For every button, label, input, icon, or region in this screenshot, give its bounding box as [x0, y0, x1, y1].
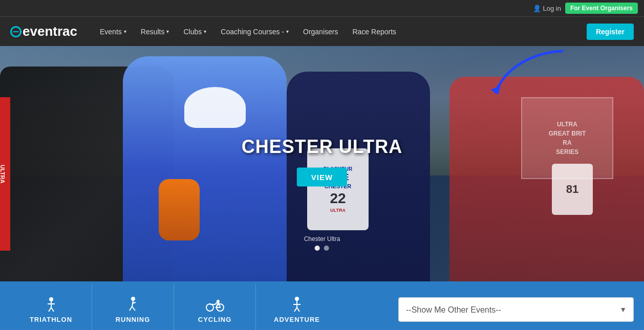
carousel-indicator: Chester Ultra [304, 235, 340, 251]
chevron-down-icon: ▾ [286, 29, 289, 34]
select-wrapper: --Show Me Other Events-- Triathlon Runni… [398, 297, 634, 322]
svg-line-18 [297, 307, 299, 312]
events-dropdown-wrapper: --Show Me Other Events-- Triathlon Runni… [398, 297, 634, 322]
category-item-cycling[interactable]: CYCLING [174, 284, 256, 330]
for-organisers-button[interactable]: For Event Organisers [565, 3, 638, 14]
carousel-dot-2[interactable] [324, 246, 329, 251]
view-button[interactable]: VIEW [297, 168, 347, 187]
carousel-dot-1[interactable] [315, 246, 320, 251]
nav-item-race-reports[interactable]: Race Reports [345, 17, 403, 47]
navbar: eventrac Events ▾ Results ▾ Clubs ▾ Coac… [0, 16, 644, 46]
category-bar: TRIATHLON RUNNING CYCLING [0, 281, 644, 330]
adventure-label: ADVENTURE [274, 316, 320, 323]
cycling-label: CYCLING [198, 316, 232, 323]
triathlon-icon [44, 296, 59, 312]
category-item-triathlon[interactable]: TRIATHLON [10, 284, 92, 330]
logo[interactable]: eventrac [10, 24, 77, 39]
nav-item-clubs[interactable]: Clubs ▾ [176, 17, 213, 47]
login-button[interactable]: 👤 Log in [533, 5, 561, 12]
category-item-running[interactable]: RUNNING [92, 284, 174, 330]
category-items: TRIATHLON RUNNING CYCLING [10, 284, 398, 330]
login-icon: 👤 [533, 5, 541, 12]
svg-point-14 [295, 297, 299, 301]
nav-item-events[interactable]: Events ▾ [93, 17, 134, 47]
svg-line-9 [130, 306, 132, 311]
chevron-down-icon: ▾ [204, 29, 206, 34]
hero-section: BLACKBUR DAVE CHESTER 22 ULTRA ULTRAGREA… [0, 46, 644, 281]
nav-item-results[interactable]: Results ▾ [134, 17, 177, 47]
nav-item-coaching[interactable]: Coaching Courses - ▾ [213, 17, 296, 47]
triathlon-label: TRIATHLON [30, 316, 72, 323]
carousel-dots [315, 246, 329, 251]
events-dropdown[interactable]: --Show Me Other Events-- Triathlon Runni… [398, 297, 634, 322]
register-button[interactable]: Register [587, 24, 634, 40]
running-icon [125, 296, 141, 312]
nav-item-organisers[interactable]: Organisers [296, 17, 345, 47]
svg-point-1 [49, 297, 53, 301]
category-item-adventure[interactable]: ADVENTURE [256, 284, 338, 330]
svg-line-5 [51, 307, 54, 312]
carousel-label: Chester Ultra [304, 235, 340, 243]
svg-line-10 [132, 306, 135, 311]
svg-point-6 [131, 297, 135, 301]
chevron-down-icon: ▾ [124, 29, 126, 34]
svg-line-17 [294, 307, 297, 312]
nav-links: Events ▾ Results ▾ Clubs ▾ Coaching Cour… [93, 17, 587, 47]
svg-line-4 [49, 307, 51, 312]
cycling-icon [206, 296, 224, 312]
adventure-icon [289, 296, 305, 312]
top-bar: 👤 Log in For Event Organisers [0, 0, 644, 16]
banner-left: ULTRA [0, 97, 10, 251]
svg-point-11 [206, 304, 213, 311]
hero-title: CHESTER ULTRA [242, 136, 402, 158]
chevron-down-icon: ▾ [166, 29, 169, 34]
running-label: RUNNING [116, 316, 151, 323]
hero-content: CHESTER ULTRA VIEW [242, 136, 402, 187]
